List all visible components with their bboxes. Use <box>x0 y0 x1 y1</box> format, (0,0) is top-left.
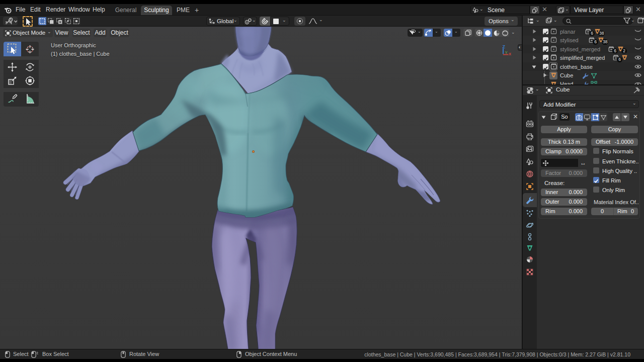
svg-text:x: x <box>509 51 511 56</box>
